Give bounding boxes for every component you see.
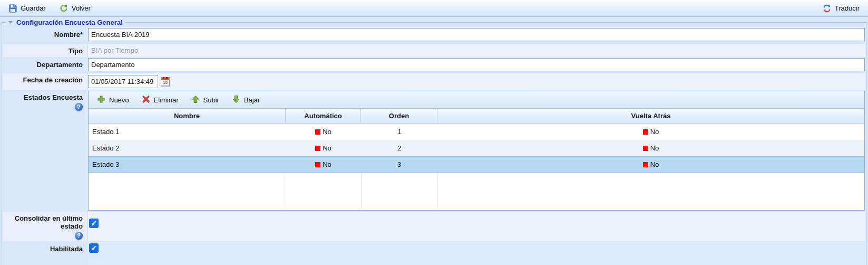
tipo-label: Tipo bbox=[3, 44, 87, 57]
status-no-icon bbox=[315, 129, 320, 135]
status-no-icon bbox=[643, 162, 648, 167]
top-toolbar: Guardar Volver bbox=[0, 0, 868, 17]
fieldset-configuracion: Configuración Encuesta General Nombre* T… bbox=[2, 18, 866, 265]
cell-automatico: No bbox=[286, 144, 361, 152]
cell-nombre: Estado 3 bbox=[89, 160, 286, 168]
nombre-input[interactable] bbox=[88, 28, 865, 41]
cell-nombre: Estado 2 bbox=[89, 144, 286, 152]
status-no-icon bbox=[643, 146, 648, 151]
consolidar-help-icon[interactable] bbox=[75, 232, 83, 240]
arrow-up-icon bbox=[191, 95, 200, 105]
grid-header: Nombre Automático Orden Vuelta Atrás bbox=[89, 109, 864, 124]
departamento-input[interactable] bbox=[88, 58, 865, 71]
column-header-vuelta-atras[interactable]: Vuelta Atrás bbox=[437, 109, 864, 123]
toolbar-right-group: Traducir bbox=[817, 2, 865, 15]
consolidar-label: Consolidar en último estado bbox=[3, 212, 87, 241]
estados-help-icon[interactable] bbox=[75, 103, 83, 111]
cell-automatico: No bbox=[286, 160, 361, 168]
cell-vuelta-atras: No bbox=[437, 128, 864, 136]
fecha-input[interactable] bbox=[88, 75, 158, 88]
fieldset-legend: Configuración Encuesta General bbox=[6, 18, 125, 26]
translate-icon bbox=[823, 4, 831, 13]
plus-icon bbox=[97, 95, 105, 105]
habilitada-label: Habilitada bbox=[3, 242, 87, 265]
nombre-label: Nombre* bbox=[3, 28, 87, 43]
back-button[interactable]: Volver bbox=[54, 2, 96, 15]
calendar-button[interactable]: 15 bbox=[161, 77, 170, 86]
date-wrap: 15 bbox=[88, 73, 865, 88]
cell-orden: 1 bbox=[361, 128, 437, 136]
form-row-tipo: Tipo BIA por Tiempo bbox=[3, 44, 865, 57]
departamento-label: Departamento bbox=[3, 58, 87, 72]
fecha-label: Fecha de creación bbox=[3, 73, 87, 90]
cell-vuelta-atras: No bbox=[437, 160, 864, 168]
column-header-automatico[interactable]: Automático bbox=[286, 109, 361, 123]
form-row-nombre: Nombre* bbox=[3, 28, 865, 43]
estados-label: Estados Encuesta bbox=[3, 91, 87, 211]
back-icon bbox=[60, 4, 68, 13]
save-icon bbox=[8, 4, 17, 13]
cell-vuelta-atras: No bbox=[437, 144, 864, 152]
form-row-estados: Estados Encuesta Nuevo bbox=[3, 91, 865, 211]
estados-field-area: Nuevo Eliminar bbox=[88, 91, 865, 211]
estados-grid: Nuevo Eliminar bbox=[88, 91, 865, 211]
status-no-icon bbox=[643, 129, 648, 135]
delete-x-icon bbox=[142, 95, 150, 105]
save-button[interactable]: Guardar bbox=[3, 2, 51, 15]
move-down-button[interactable]: Bajar bbox=[226, 93, 266, 107]
calendar-icon: 15 bbox=[161, 77, 170, 86]
column-header-orden[interactable]: Orden bbox=[361, 109, 437, 123]
tipo-field-area: BIA por Tiempo bbox=[88, 44, 865, 57]
form-row-fecha: Fecha de creación 15 bbox=[3, 73, 865, 90]
status-no-icon bbox=[315, 162, 320, 167]
cell-orden: 3 bbox=[361, 160, 437, 168]
delete-button-label: Eliminar bbox=[154, 96, 179, 104]
table-row[interactable]: Estado 1 No 1 No bbox=[89, 124, 864, 140]
consolidar-field-area bbox=[88, 212, 865, 241]
fieldset-title: Configuración Encuesta General bbox=[16, 18, 123, 26]
form-row-habilitada: Habilitada bbox=[3, 242, 865, 265]
save-button-label: Guardar bbox=[21, 4, 46, 12]
delete-button[interactable]: Eliminar bbox=[136, 93, 184, 107]
habilitada-checkbox[interactable] bbox=[89, 243, 99, 253]
form-row-departamento: Departamento bbox=[3, 58, 865, 72]
cell-automatico: No bbox=[286, 128, 361, 136]
form-row-consolidar: Consolidar en último estado bbox=[3, 212, 865, 241]
translate-button[interactable]: Traducir bbox=[817, 2, 865, 15]
new-button-label: Nuevo bbox=[109, 96, 129, 104]
translate-button-label: Traducir bbox=[835, 4, 860, 12]
arrow-down-icon bbox=[232, 95, 240, 105]
tipo-value: BIA por Tiempo bbox=[88, 44, 865, 54]
grid-toolbar: Nuevo Eliminar bbox=[89, 91, 864, 109]
table-row[interactable]: Estado 3 No 3 No bbox=[89, 156, 864, 173]
status-no-icon bbox=[315, 146, 320, 151]
habilitada-field-area bbox=[88, 242, 865, 265]
nombre-field-area bbox=[88, 28, 865, 43]
grid-body: Estado 1 No 1 No Estado 2 bbox=[89, 124, 864, 210]
move-down-button-label: Bajar bbox=[244, 96, 260, 104]
departamento-field-area bbox=[88, 58, 865, 72]
table-row[interactable]: Estado 2 No 2 No bbox=[89, 140, 864, 156]
column-header-nombre[interactable]: Nombre bbox=[89, 109, 286, 123]
cell-orden: 2 bbox=[361, 144, 437, 152]
collapse-arrow-icon[interactable] bbox=[8, 21, 13, 24]
page: Guardar Volver bbox=[0, 0, 868, 265]
consolidar-checkbox[interactable] bbox=[89, 219, 99, 228]
fecha-field-area: 15 bbox=[88, 73, 865, 90]
move-up-button-label: Subir bbox=[203, 96, 219, 104]
new-button[interactable]: Nuevo bbox=[91, 93, 135, 107]
back-button-label: Volver bbox=[72, 4, 91, 12]
calendar-day-label: 15 bbox=[161, 80, 169, 86]
move-up-button[interactable]: Subir bbox=[186, 93, 225, 107]
toolbar-left-group: Guardar Volver bbox=[3, 2, 96, 15]
cell-nombre: Estado 1 bbox=[89, 128, 286, 136]
